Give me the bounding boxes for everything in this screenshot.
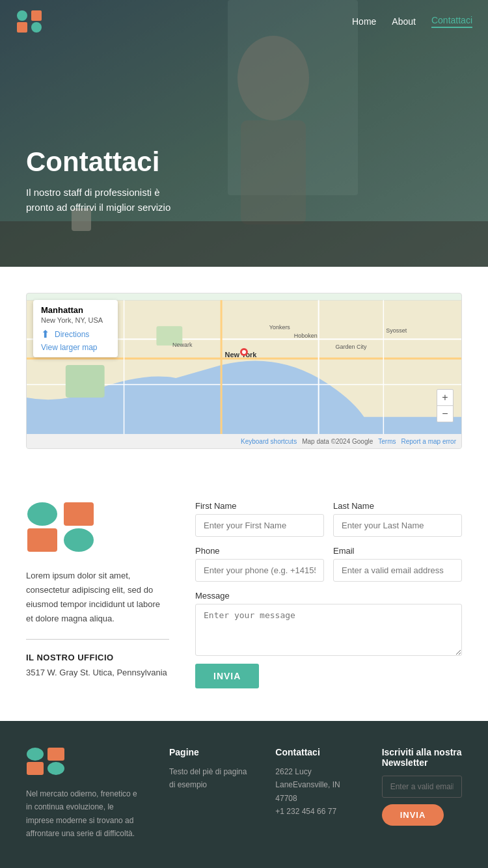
svg-rect-32: [27, 528, 57, 552]
contact-section: Lorem ipsum dolor sit amet, consectetur …: [0, 468, 488, 721]
map-larger-link[interactable]: View larger map: [41, 343, 110, 352]
footer-contattaci-title: Contattaci: [275, 747, 355, 757]
svg-rect-36: [27, 762, 44, 775]
directions-icon: ⬆: [41, 328, 49, 340]
hero-subtitle: Il nostro staff di professionisti è pron…: [26, 185, 182, 215]
map-keyboard-shortcuts[interactable]: Keyboard shortcuts: [241, 438, 297, 445]
email-group: Email: [333, 546, 462, 582]
svg-rect-1: [31, 10, 42, 21]
contact-form: First Name Last Name Phone Email Message…: [195, 501, 462, 688]
message-label: Message: [195, 591, 462, 601]
map-terms[interactable]: Terms: [378, 438, 396, 445]
map-report[interactable]: Report a map error: [401, 438, 456, 445]
footer-pagine-title: Pagine: [169, 747, 249, 757]
submit-button[interactable]: INVIA: [195, 664, 259, 688]
name-row: First Name Last Name: [195, 501, 462, 537]
svg-text:Yonkers: Yonkers: [269, 324, 291, 331]
nav-about[interactable]: About: [392, 16, 416, 27]
svg-rect-34: [27, 748, 44, 761]
svg-rect-3: [31, 22, 42, 33]
last-name-label: Last Name: [333, 501, 462, 511]
first-name-label: First Name: [195, 501, 324, 511]
hero-title: Contattaci: [26, 146, 182, 178]
last-name-group: Last Name: [333, 501, 462, 537]
phone-label: Phone: [195, 546, 324, 556]
footer-newsletter-col: Iscriviti alla nostra Newsletter INVIA: [382, 747, 462, 841]
svg-text:Newark: Newark: [172, 342, 193, 348]
email-label: Email: [333, 546, 462, 556]
first-name-group: First Name: [195, 501, 324, 537]
map-footer: Keyboard shortcuts Map data ©2024 Google…: [27, 434, 461, 448]
nav-contact[interactable]: Contattaci: [431, 15, 472, 28]
footer-top: Nel mercato odierno, frenetico e in cont…: [26, 747, 462, 841]
footer-pagine-col: Pagine Testo del piè di pagina di esempi…: [169, 747, 249, 841]
svg-rect-19: [66, 365, 105, 398]
nav-home[interactable]: Home: [352, 16, 376, 27]
nav-links: Home About Contattaci: [352, 15, 472, 28]
map-zoom-controls: + −: [437, 389, 454, 422]
svg-rect-33: [64, 528, 94, 552]
svg-rect-37: [47, 762, 64, 775]
contact-lorem-text: Lorem ipsum dolor sit amet, consectetur …: [26, 569, 169, 626]
svg-point-29: [242, 350, 246, 354]
first-name-input[interactable]: [195, 514, 324, 537]
footer-newsletter-submit[interactable]: INVIA: [382, 804, 444, 826]
footer: Nel mercato odierno, frenetico e in cont…: [0, 721, 488, 868]
hero-content: Contattaci Il nostro staff di profession…: [26, 146, 182, 215]
contact-divider: [26, 639, 169, 640]
message-textarea[interactable]: [195, 604, 462, 656]
map-zoom-in[interactable]: +: [437, 390, 453, 406]
map-place-addr: New York, NY, USA: [41, 316, 110, 324]
footer-brand-col: Nel mercato odierno, frenetico e in cont…: [26, 747, 143, 841]
contact-office-addr: 3517 W. Gray St. Utica, Pennsylvania: [26, 668, 169, 677]
svg-rect-0: [17, 10, 27, 21]
email-input[interactable]: [333, 559, 462, 582]
footer-contattaci-phone: +1 232 454 66 77: [275, 805, 355, 818]
map-section: New York Newark Hoboken Morristown Garde…: [0, 267, 488, 468]
map-data-text: Map data ©2024 Google: [302, 438, 373, 445]
footer-newsletter-title: Iscriviti alla nostra Newsletter: [382, 747, 462, 768]
svg-rect-2: [17, 22, 27, 33]
svg-rect-35: [47, 748, 64, 761]
last-name-input[interactable]: [333, 514, 462, 537]
phone-group: Phone: [195, 546, 324, 582]
svg-text:Syosset: Syosset: [386, 327, 407, 334]
nav-logo: [16, 9, 44, 34]
map-container[interactable]: New York Newark Hoboken Morristown Garde…: [26, 293, 462, 449]
svg-rect-31: [64, 502, 94, 526]
phone-email-row: Phone Email: [195, 546, 462, 582]
contact-office-title: IL NOSTRO UFFICIO: [26, 653, 169, 662]
phone-input[interactable]: [195, 559, 324, 582]
navbar: Home About Contattaci: [0, 0, 488, 43]
contact-left: Lorem ipsum dolor sit amet, consectetur …: [26, 501, 169, 677]
footer-logo: [26, 747, 65, 776]
footer-contattaci-col: Contattaci 2622 Lucy LaneEvansville, IN …: [275, 747, 355, 841]
footer-pagine-text: Testo del piè di pagina di esempio: [169, 765, 249, 792]
map-directions-link[interactable]: Directions: [55, 330, 89, 339]
footer-newsletter-input[interactable]: [382, 776, 462, 798]
footer-desc: Nel mercato odierno, frenetico e in cont…: [26, 787, 143, 841]
message-group: Message: [195, 591, 462, 656]
map-place-name: Manhattan: [41, 305, 110, 315]
svg-text:Hoboken: Hoboken: [294, 332, 318, 339]
map-info-box: Manhattan New York, NY, USA ⬆ Directions…: [33, 300, 118, 357]
svg-rect-30: [27, 502, 57, 526]
svg-text:Garden City: Garden City: [336, 344, 367, 350]
brand-logo-large: [26, 501, 98, 553]
footer-contattaci-addr: 2622 Lucy LaneEvansville, IN 47708: [275, 765, 355, 805]
map-zoom-out[interactable]: −: [437, 406, 453, 422]
